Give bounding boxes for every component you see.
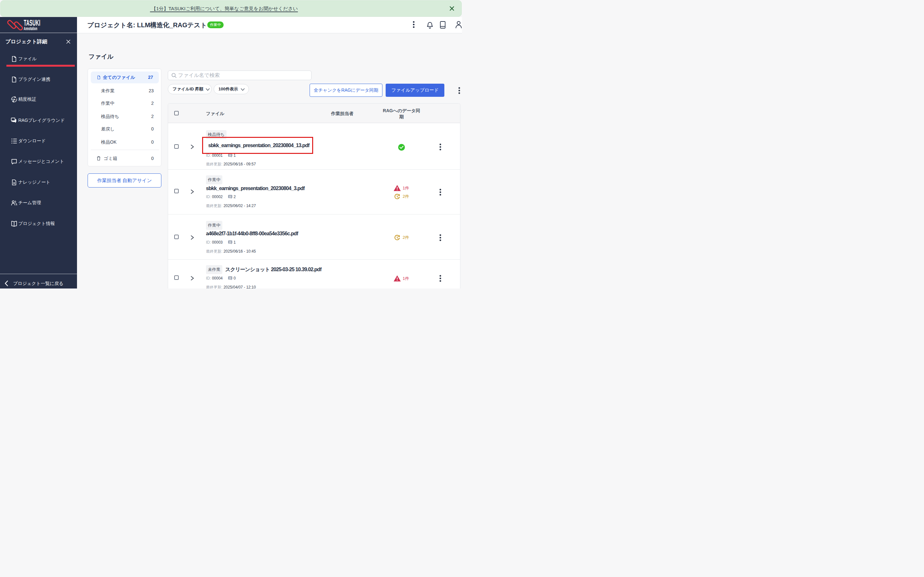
svg-text:QA: QA	[12, 98, 16, 101]
